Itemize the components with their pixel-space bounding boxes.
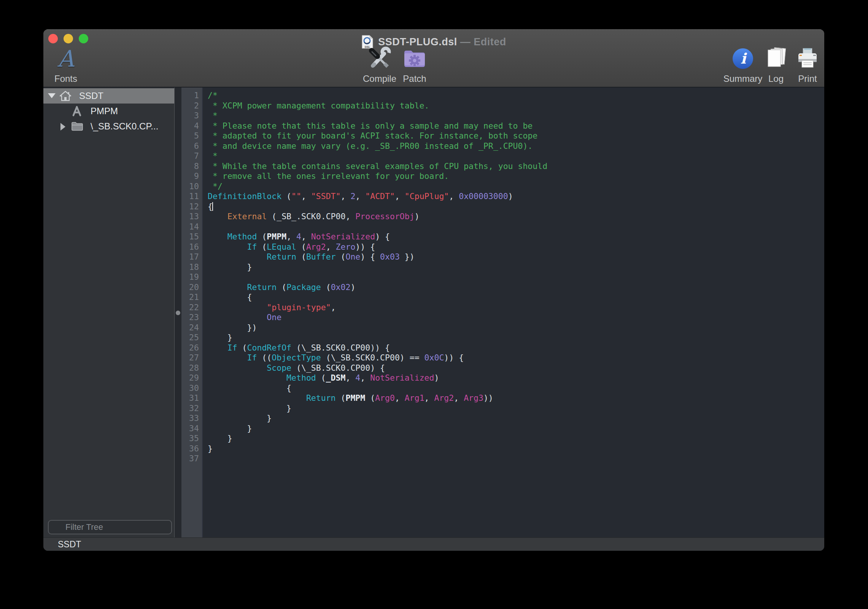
- code-token: ,: [395, 393, 405, 403]
- code-line: If (LEqual (Arg2, Zero)) {: [208, 242, 824, 252]
- code-token: ,: [454, 393, 464, 403]
- pane-splitter[interactable]: [174, 88, 181, 537]
- fonts-label: Fonts: [45, 73, 87, 84]
- code-token: "CpuPlug": [405, 191, 449, 201]
- code-token: Scope: [267, 363, 291, 373]
- code-line: }): [208, 323, 824, 333]
- code-line: * adapted to fit your board's ACPI stack…: [208, 131, 824, 141]
- summary-button[interactable]: i Summary: [720, 45, 766, 85]
- code-token: ,: [326, 242, 336, 252]
- code-token: ,: [360, 373, 370, 383]
- patch-icon: [397, 45, 432, 73]
- code-token: CondRefOf: [247, 343, 292, 352]
- code-token: ): [415, 212, 420, 221]
- code-line: [208, 454, 824, 464]
- line-number: 14: [181, 222, 202, 232]
- code-token: NotSerialized: [370, 373, 434, 383]
- code-token: [208, 242, 247, 252]
- disclosure-right-icon[interactable]: [60, 123, 65, 131]
- code-line: * Please note that this table is only a …: [208, 121, 824, 131]
- line-number: 36: [181, 444, 202, 454]
- code-token: ((: [257, 353, 272, 362]
- code-token: ) {: [360, 252, 380, 261]
- code-token: Method: [286, 373, 316, 383]
- code-token: 4: [296, 232, 301, 241]
- code-token: )) {: [355, 242, 375, 252]
- code-token: LEqual: [267, 242, 296, 252]
- print-button[interactable]: Print: [790, 45, 824, 85]
- code-line: }: [208, 413, 824, 424]
- line-number: 17: [181, 252, 202, 262]
- code-token: * remove all the ones irrelevant for you…: [208, 171, 449, 181]
- code-line: {: [208, 292, 824, 303]
- code-token: One: [267, 312, 281, 322]
- code-token: [208, 312, 267, 322]
- code-token: (: [321, 282, 331, 292]
- code-text-area: /* * XCPM power management compatibility…: [203, 88, 824, 537]
- line-number: 30: [181, 383, 202, 394]
- code-token: [208, 303, 267, 312]
- line-number: 25: [181, 333, 202, 343]
- sidebar-item-ssdt[interactable]: SSDT: [43, 88, 174, 104]
- code-token: [208, 212, 227, 221]
- code-line: {: [208, 383, 824, 394]
- status-scope-label: SSDT: [58, 539, 81, 550]
- code-token: External: [227, 212, 267, 221]
- splitter-handle-dot[interactable]: [176, 311, 180, 315]
- sidebar-item-sb-sck0-cp[interactable]: \_SB.SCK0.CP...: [43, 119, 174, 134]
- log-button[interactable]: Log: [761, 45, 791, 85]
- code-token: ) {: [375, 232, 390, 241]
- line-number: 9: [181, 171, 202, 182]
- sidebar-item-label: \_SB.SCK0.CP...: [91, 121, 158, 132]
- method-icon: [71, 105, 83, 117]
- code-editor[interactable]: 1234567891011121314151617181920212223242…: [181, 88, 824, 537]
- code-token: [208, 373, 286, 383]
- code-token: ,: [345, 373, 355, 383]
- code-token: ProcessorObj: [355, 212, 414, 221]
- code-token: "SSDT": [311, 191, 341, 201]
- compile-label: Compile: [357, 73, 402, 84]
- code-token: Arg3: [464, 393, 483, 403]
- code-token: DefinitionBlock: [208, 191, 281, 201]
- sidebar-item-label: SSDT: [79, 91, 103, 101]
- code-token: [208, 282, 247, 292]
- code-token: * adapted to fit your board's ACPI stack…: [208, 131, 537, 140]
- code-line: }: [208, 434, 824, 444]
- code-token: Return: [267, 252, 296, 261]
- patch-label: Patch: [397, 73, 432, 84]
- code-line: }: [208, 403, 824, 414]
- code-token: ,: [301, 191, 311, 201]
- line-number: 6: [181, 141, 202, 151]
- code-line: Return (PMPM (Arg0, Arg1, Arg2, Arg3)): [208, 393, 824, 403]
- code-line: */: [208, 182, 824, 192]
- compile-button[interactable]: Compile: [357, 45, 402, 85]
- code-token: * Please note that this table is only a …: [208, 121, 533, 131]
- code-line: /*: [208, 91, 824, 101]
- code-line: *: [208, 151, 824, 161]
- line-number: 11: [181, 191, 202, 202]
- code-token: Arg0: [375, 393, 395, 403]
- code-token: 0x00003000: [459, 191, 508, 201]
- disclosure-down-icon[interactable]: [48, 93, 56, 98]
- code-token: PMPM: [345, 393, 365, 403]
- line-number: 7: [181, 151, 202, 161]
- sidebar-item-pmpm[interactable]: PMPM: [43, 104, 174, 119]
- fonts-button[interactable]: A Fonts: [45, 45, 87, 85]
- code-token: "ACDT": [365, 191, 395, 201]
- code-token: }: [208, 424, 252, 433]
- code-line: }: [208, 333, 824, 343]
- code-line: "plugin-type",: [208, 303, 824, 313]
- line-number-gutter: 1234567891011121314151617181920212223242…: [181, 88, 203, 537]
- code-token: (\_SB.SCK0.CP00) {: [291, 363, 385, 373]
- code-line: Return (Buffer (One) { 0x03 }): [208, 252, 824, 262]
- code-token: (: [336, 252, 346, 261]
- filter-tree-input[interactable]: [48, 520, 172, 534]
- print-icon: [790, 45, 824, 73]
- code-line: }: [208, 262, 824, 273]
- patch-button[interactable]: Patch: [397, 45, 432, 85]
- summary-info-icon: i: [720, 45, 766, 73]
- code-token: 0x0C: [424, 353, 444, 362]
- code-token: * XCPM power management compatibility ta…: [208, 101, 429, 110]
- code-token: If: [247, 242, 257, 252]
- code-token: )) {: [444, 353, 464, 362]
